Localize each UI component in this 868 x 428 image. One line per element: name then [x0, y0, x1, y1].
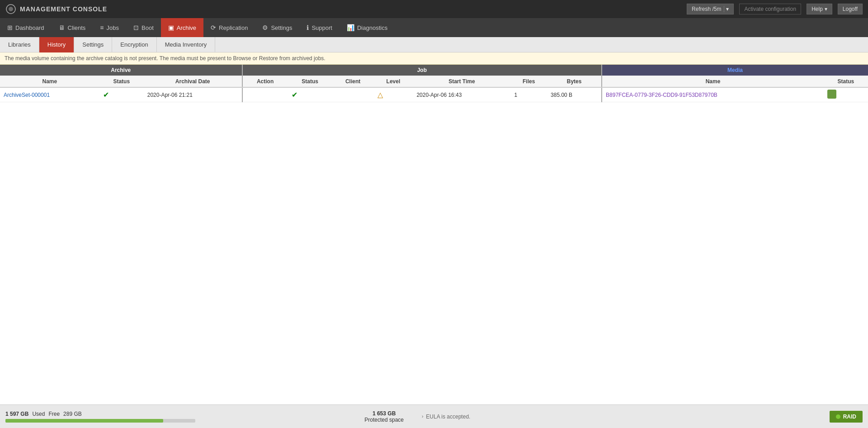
cell-job-status: ✔: [288, 87, 332, 102]
protected-section: 1 653 GB Protected space: [355, 410, 413, 423]
protected-value: 1 653 GB: [373, 410, 396, 417]
tab-history[interactable]: History: [39, 37, 74, 52]
nav-archive-label: Archive: [177, 24, 196, 31]
col-media-status: Status: [824, 76, 868, 88]
tab-encryption[interactable]: Encryption: [112, 37, 156, 52]
col-action: Action: [242, 76, 288, 88]
nav-bar: ⊞ Dashboard 🖥 Clients ≡ Jobs ⊡ Boot ▣ Ar…: [0, 18, 868, 37]
storage-bar-container: [5, 419, 195, 423]
support-icon: ℹ: [307, 24, 309, 31]
col-client: Client: [332, 76, 374, 88]
nav-dashboard-label: Dashboard: [15, 24, 44, 31]
col-media-name: Name: [602, 76, 824, 88]
storage-free-label: Free: [48, 411, 60, 417]
nav-diagnostics-label: Diagnostics: [357, 24, 387, 31]
col-start-time: Start Time: [413, 76, 510, 88]
replication-icon: ⟳: [211, 24, 216, 31]
archive-status-icon: ✔: [103, 91, 109, 99]
svg-point-1: [9, 7, 13, 11]
warning-message: The media volume containing the archive …: [5, 55, 325, 62]
raid-status-dot: [836, 414, 840, 419]
logo-icon: [5, 4, 16, 14]
nav-boot-label: Boot: [142, 24, 154, 31]
eula-chevron-icon: ›: [422, 414, 423, 419]
col-archive-status: Status: [99, 76, 144, 88]
cell-archive-status: ✔: [99, 87, 144, 102]
col-files: Files: [510, 76, 547, 88]
level-icon: △: [377, 91, 383, 99]
top-bar: MANAGEMENT CONSOLE Refresh /5m ▾ Activat…: [0, 0, 868, 18]
col-archive-name: Name: [0, 76, 99, 88]
boot-icon: ⊡: [133, 24, 139, 31]
media-section-header: Media: [602, 65, 868, 76]
col-archival-date: Archival Date: [144, 76, 242, 88]
nav-clients[interactable]: 🖥 Clients: [52, 18, 93, 37]
nav-jobs-label: Jobs: [107, 24, 119, 31]
nav-archive[interactable]: ▣ Archive: [161, 18, 203, 37]
job-status-icon: ✔: [292, 91, 297, 99]
nav-replication[interactable]: ⟳ Replication: [203, 18, 255, 37]
archive-icon: ▣: [168, 24, 174, 31]
archive-name-link[interactable]: ArchiveSet-000001: [4, 92, 50, 98]
logoff-button[interactable]: Logoff: [838, 4, 863, 14]
sub-tabs: Libraries History Settings Encryption Me…: [0, 37, 868, 52]
protected-label: Protected space: [364, 417, 404, 423]
refresh-label: Refresh /5m: [692, 6, 721, 12]
warning-bar: The media volume containing the archive …: [0, 52, 868, 65]
col-level: Level: [374, 76, 413, 88]
cell-files: 1: [510, 87, 547, 102]
storage-section: 1 597 GB Used Free 289 GB: [5, 411, 355, 423]
app-title: MANAGEMENT CONSOLE: [20, 5, 107, 13]
eula-label: EULA is accepted.: [426, 414, 470, 420]
cell-archival-date: 2020-Apr-06 21:21: [144, 87, 242, 102]
cell-archive-name[interactable]: ArchiveSet-000001: [0, 87, 99, 102]
refresh-button[interactable]: Refresh /5m ▾: [687, 4, 734, 14]
archive-section-header: Archive: [0, 65, 242, 76]
nav-jobs[interactable]: ≡ Jobs: [93, 18, 126, 37]
nav-dashboard[interactable]: ⊞ Dashboard: [0, 18, 52, 37]
storage-labels: 1 597 GB Used Free 289 GB: [5, 411, 355, 417]
eula-section[interactable]: › EULA is accepted.: [413, 414, 479, 420]
help-button[interactable]: Help ▾: [807, 4, 832, 14]
media-status-icon: [827, 90, 836, 99]
history-table: Archive Job Media Name Status Archival D…: [0, 65, 868, 102]
bottom-bar: 1 597 GB Used Free 289 GB 1 653 GB Prote…: [0, 404, 868, 428]
storage-used-suffix: Used: [32, 411, 45, 417]
job-section-header: Job: [242, 65, 602, 76]
refresh-dropdown-icon[interactable]: ▾: [724, 6, 729, 12]
settings-icon: ⚙: [262, 24, 268, 31]
dashboard-icon: ⊞: [7, 24, 13, 31]
nav-support[interactable]: ℹ Support: [299, 18, 340, 37]
tab-libraries[interactable]: Libraries: [0, 37, 39, 52]
storage-free-value: 289 GB: [63, 411, 82, 417]
raid-label: RAID: [843, 414, 856, 420]
storage-used-value: 1 597 GB: [5, 411, 28, 417]
nav-support-label: Support: [311, 24, 332, 31]
cell-media-status: [824, 87, 868, 102]
tab-settings[interactable]: Settings: [74, 37, 112, 52]
storage-bar: [5, 419, 163, 423]
nav-settings[interactable]: ⚙ Settings: [255, 18, 299, 37]
cell-bytes: 385.00 B: [547, 87, 602, 102]
clients-icon: 🖥: [59, 24, 65, 31]
cell-level: △: [374, 87, 413, 102]
activate-button[interactable]: Activate configuration: [739, 4, 801, 14]
nav-diagnostics[interactable]: 📊 Diagnostics: [340, 18, 395, 37]
media-name-link[interactable]: B897FCEA-0779-3F26-CDD9-91F53D87970B: [606, 92, 717, 98]
nav-settings-label: Settings: [271, 24, 292, 31]
tab-media-inventory[interactable]: Media Inventory: [157, 37, 216, 52]
cell-action: [242, 87, 288, 102]
logo: MANAGEMENT CONSOLE: [5, 4, 107, 14]
nav-boot[interactable]: ⊡ Boot: [126, 18, 161, 37]
col-job-status: Status: [288, 76, 332, 88]
raid-button[interactable]: RAID: [830, 411, 863, 423]
nav-clients-label: Clients: [68, 24, 86, 31]
diagnostics-icon: 📊: [347, 24, 354, 31]
table-row: ArchiveSet-000001 ✔ 2020-Apr-06 21:21 ✔ …: [0, 87, 868, 102]
cell-start-time: 2020-Apr-06 16:43: [413, 87, 510, 102]
nav-replication-label: Replication: [219, 24, 248, 31]
jobs-icon: ≡: [100, 24, 104, 31]
cell-media-name[interactable]: B897FCEA-0779-3F26-CDD9-91F53D87970B: [602, 87, 824, 102]
main-content: Archive Job Media Name Status Archival D…: [0, 65, 868, 404]
cell-client: [332, 87, 374, 102]
